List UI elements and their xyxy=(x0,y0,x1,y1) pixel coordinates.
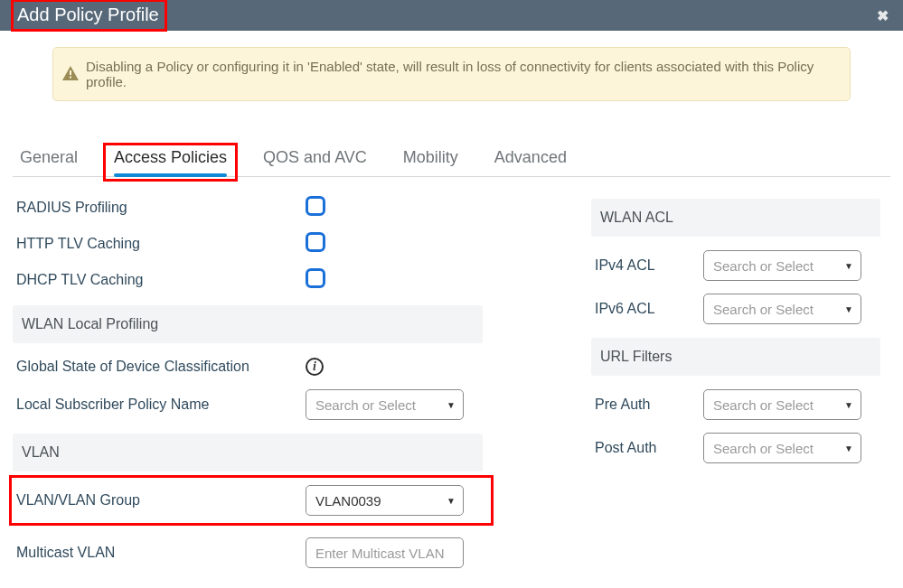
select-placeholder: Search or Select xyxy=(315,397,416,413)
info-icon[interactable]: i xyxy=(306,358,324,376)
tab-mobility[interactable]: Mobility xyxy=(398,148,464,176)
select-placeholder: Search or Select xyxy=(713,258,814,274)
dialog-titlebar: Add Policy Profile ✖ xyxy=(0,0,903,31)
dhcp-tlv-caching-label: DHCP TLV Caching xyxy=(16,272,306,288)
input-placeholder: Enter Multicast VLAN xyxy=(315,546,445,561)
ipv4-acl-select[interactable]: Search or Select ▼ xyxy=(703,250,861,281)
http-tlv-caching-label: HTTP TLV Caching xyxy=(16,236,306,252)
right-column: WLAN ACL IPv4 ACL Search or Select ▼ IPv… xyxy=(591,190,880,574)
http-tlv-caching-checkbox[interactable] xyxy=(306,232,325,252)
local-subscriber-policy-select[interactable]: Search or Select ▼ xyxy=(306,389,464,420)
dialog-title: Add Policy Profile xyxy=(11,0,167,32)
local-subscriber-policy-name-label: Local Subscriber Policy Name xyxy=(16,397,306,413)
close-icon[interactable]: ✖ xyxy=(877,7,889,24)
content-area: RADIUS Profiling HTTP TLV Caching DHCP T… xyxy=(0,177,903,574)
warning-banner: Disabling a Policy or configuring it in … xyxy=(52,47,851,101)
select-value: VLAN0039 xyxy=(315,493,381,509)
ipv6-acl-select[interactable]: Search or Select ▼ xyxy=(703,294,861,324)
warning-icon xyxy=(62,66,79,83)
tab-label: Access Policies xyxy=(114,148,227,166)
pre-auth-label: Pre Auth xyxy=(595,397,703,413)
tab-general[interactable]: General xyxy=(14,148,83,176)
svg-rect-1 xyxy=(70,76,71,78)
left-column: RADIUS Profiling HTTP TLV Caching DHCP T… xyxy=(13,190,483,574)
chevron-down-icon: ▼ xyxy=(844,304,853,314)
tab-advanced[interactable]: Advanced xyxy=(489,148,572,176)
wlan-local-profiling-header: WLAN Local Profiling xyxy=(13,305,483,343)
ipv6-acl-label: IPv6 ACL xyxy=(595,301,703,317)
vlan-vlan-group-label: VLAN/VLAN Group xyxy=(16,492,306,509)
post-auth-label: Post Auth xyxy=(595,440,703,456)
tab-qos-and-avc[interactable]: QOS and AVC xyxy=(258,148,372,176)
post-auth-select[interactable]: Search or Select ▼ xyxy=(703,433,861,463)
vlan-vlan-group-select[interactable]: VLAN0039 ▼ xyxy=(306,485,464,516)
global-state-device-classification-label: Global State of Device Classification xyxy=(16,358,306,376)
select-placeholder: Search or Select xyxy=(713,397,814,413)
svg-rect-0 xyxy=(70,70,71,75)
url-filters-header: URL Filters xyxy=(591,338,880,376)
chevron-down-icon: ▼ xyxy=(844,261,853,271)
pre-auth-select[interactable]: Search or Select ▼ xyxy=(703,389,861,420)
tab-bar: General Access Policies QOS and AVC Mobi… xyxy=(13,141,890,177)
chevron-down-icon: ▼ xyxy=(844,443,853,453)
wlan-acl-header: WLAN ACL xyxy=(591,199,880,237)
warning-text: Disabling a Policy or configuring it in … xyxy=(86,59,841,89)
dhcp-tlv-caching-checkbox[interactable] xyxy=(306,268,325,288)
chevron-down-icon: ▼ xyxy=(844,400,853,410)
radius-profiling-checkbox[interactable] xyxy=(306,196,325,216)
multicast-vlan-input[interactable]: Enter Multicast VLAN xyxy=(306,537,464,568)
select-placeholder: Search or Select xyxy=(713,441,814,456)
multicast-vlan-label: Multicast VLAN xyxy=(16,545,306,561)
chevron-down-icon: ▼ xyxy=(447,496,456,506)
radius-profiling-label: RADIUS Profiling xyxy=(16,200,306,216)
ipv4-acl-label: IPv4 ACL xyxy=(595,257,703,274)
chevron-down-icon: ▼ xyxy=(447,400,456,410)
vlan-header: VLAN xyxy=(13,434,483,471)
tab-access-policies[interactable]: Access Policies xyxy=(108,148,232,176)
select-placeholder: Search or Select xyxy=(713,302,814,317)
